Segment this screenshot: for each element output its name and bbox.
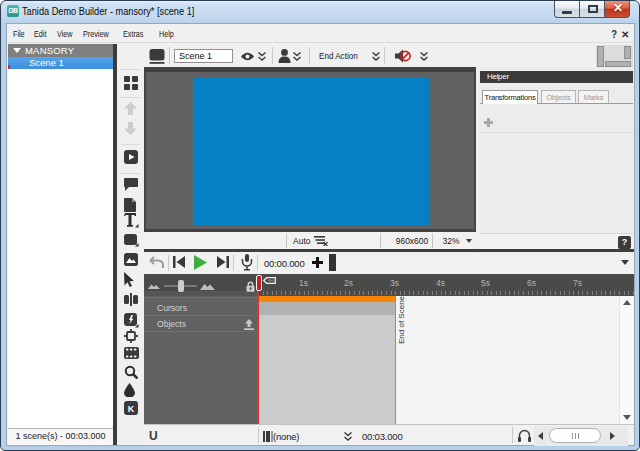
svg-text:K: K <box>128 404 135 414</box>
